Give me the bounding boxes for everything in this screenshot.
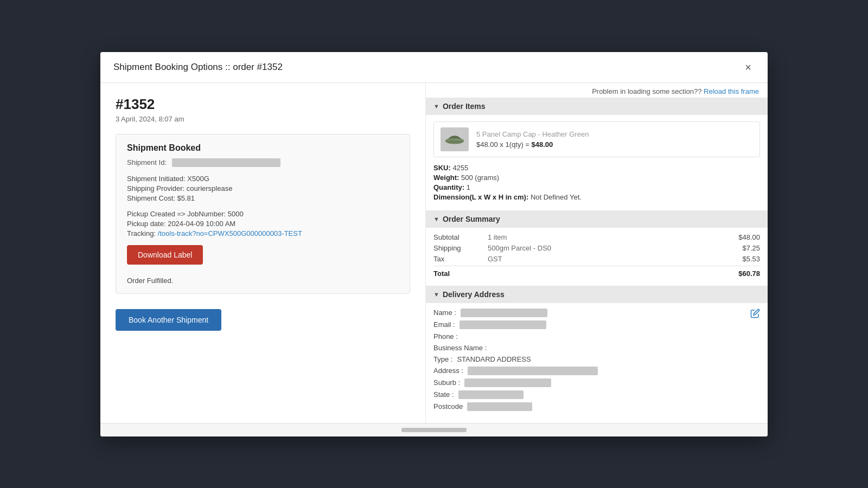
shipment-booked-box: Shipment Booked Shipment Id: Shipment In…	[116, 134, 410, 294]
book-another-shipment-button[interactable]: Book Another Shipment	[116, 309, 221, 331]
delivery-type-field: Type : STANDARD ADDRESS	[433, 355, 598, 363]
postcode-value	[467, 402, 532, 411]
delivery-state-field: State :	[433, 390, 598, 399]
shipping-amount: $7.25	[722, 244, 760, 252]
modal-title: Shipment Booking Options :: order #1352	[113, 62, 283, 73]
left-panel: #1352 3 April, 2024, 8:07 am Shipment Bo…	[100, 83, 426, 423]
order-items-arrow-icon: ▼	[433, 103, 439, 110]
reload-link[interactable]: Reload this frame	[704, 87, 759, 95]
subtotal-row: Subtotal 1 item $48.00	[433, 233, 760, 241]
tracking-link[interactable]: /tools-track?no=CPWX500G000000003-TEST	[158, 229, 302, 237]
delivery-business-field: Business Name :	[433, 344, 598, 352]
delivery-address-field: Address :	[433, 367, 598, 375]
total-row: Total $60.78	[433, 266, 760, 278]
shipment-info-section: Shipment Initiated: X500G Shipping Provi…	[127, 175, 399, 202]
modal-dialog: Shipment Booking Options :: order #1352 …	[100, 52, 768, 436]
delivery-header-row: Name : Email : Phone : Busin	[433, 309, 760, 414]
shipping-desc: 500gm Parcel - DS0	[488, 244, 722, 252]
tracking-line: Tracking: /tools-track?no=CPWX500G000000…	[127, 229, 399, 237]
modal-footer	[100, 423, 768, 436]
address-label: Address :	[433, 367, 463, 375]
delivery-postcode-field: Postcode	[433, 402, 598, 411]
pickup-job-line: Pickup Created => JobNumber: 5000	[127, 210, 399, 218]
order-date: 3 April, 2024, 8:07 am	[116, 115, 410, 123]
email-value	[459, 320, 546, 329]
horizontal-scrollbar[interactable]	[401, 428, 467, 432]
modal-header: Shipment Booking Options :: order #1352 …	[100, 52, 768, 83]
shipment-cost-line: Shipment Cost: $5.81	[127, 194, 399, 202]
total-label: Total	[433, 269, 488, 278]
order-summary-header: ▼ Order Summary	[426, 210, 768, 228]
shipping-provider-line: Shipping Provider: couriersplease	[127, 184, 399, 192]
subtotal-amount: $48.00	[722, 233, 760, 241]
delivery-suburb-field: Suburb :	[433, 378, 598, 387]
delivery-email-field: Email :	[433, 320, 598, 329]
name-value	[461, 309, 547, 317]
suburb-value	[464, 378, 551, 387]
type-value: STANDARD ADDRESS	[457, 355, 531, 363]
phone-label: Phone :	[433, 332, 458, 341]
product-image	[441, 127, 469, 151]
edit-delivery-button[interactable]	[750, 309, 760, 320]
shipping-row: Shipping 500gm Parcel - DS0 $7.25	[433, 244, 760, 252]
subtotal-label: Subtotal	[433, 233, 488, 241]
weight-row: Weight: 500 (grams)	[433, 174, 760, 182]
tax-desc: GST	[488, 255, 722, 263]
delivery-section: Name : Email : Phone : Busin	[426, 303, 768, 423]
delivery-title: Delivery Address	[443, 290, 505, 299]
tax-row: Tax GST $5.53	[433, 255, 760, 263]
product-image-svg	[444, 129, 465, 150]
order-summary-title: Order Summary	[443, 215, 500, 223]
order-items-header: ▼ Order Items	[426, 98, 768, 115]
shipment-id-label: Shipment Id:	[127, 158, 167, 166]
postcode-label: Postcode	[433, 402, 463, 410]
shipment-initiated-line: Shipment Initiated: X500G	[127, 175, 399, 183]
delivery-fields-left: Name : Email : Phone : Busin	[433, 309, 598, 414]
delivery-header: ▼ Delivery Address	[426, 286, 768, 303]
shipment-booked-title: Shipment Booked	[127, 143, 399, 153]
order-item-box: 5 Panel Camp Cap - Heather Green $48.00 …	[433, 121, 760, 157]
order-summary-section: Subtotal 1 item $48.00 Shipping 500gm Pa…	[426, 228, 768, 286]
dimension-row: Dimension(L x W x H in cm): Not Defined …	[433, 193, 760, 201]
item-details: SKU: 4255 Weight: 500 (grams) Quantity: …	[426, 164, 768, 210]
email-label: Email :	[433, 320, 455, 329]
pickup-info-section: Pickup Created => JobNumber: 5000 Pickup…	[127, 210, 399, 237]
address-value	[468, 367, 598, 375]
sku-row: SKU: 4255	[433, 164, 760, 172]
state-value	[458, 390, 524, 399]
order-number: #1352	[116, 96, 410, 113]
right-panel: Problem in loading some section?? Reload…	[426, 83, 768, 423]
suburb-label: Suburb :	[433, 378, 460, 387]
order-items-title: Order Items	[443, 102, 486, 111]
state-label: State :	[433, 390, 454, 399]
problem-bar: Problem in loading some section?? Reload…	[426, 83, 768, 98]
product-info: 5 Panel Camp Cap - Heather Green $48.00 …	[476, 130, 753, 149]
modal-overlay: Shipment Booking Options :: order #1352 …	[0, 0, 868, 488]
total-amount: $60.78	[722, 269, 760, 278]
tax-label: Tax	[433, 255, 488, 263]
edit-icon	[750, 309, 760, 318]
close-button[interactable]: ×	[742, 61, 755, 74]
pickup-date-line: Pickup date: 2024-04-09 10:00 AM	[127, 220, 399, 228]
delivery-name-field: Name :	[433, 309, 598, 317]
product-name: 5 Panel Camp Cap - Heather Green	[476, 130, 753, 138]
order-fulfilled-text: Order Fulfilled.	[127, 277, 399, 285]
download-label-button[interactable]: Download Label	[127, 245, 203, 265]
type-label: Type :	[433, 355, 452, 363]
business-label: Business Name :	[433, 344, 487, 352]
subtotal-desc: 1 item	[488, 233, 722, 241]
order-summary-arrow-icon: ▼	[433, 216, 439, 222]
download-btn-row: Download Label	[127, 245, 399, 271]
delivery-arrow-icon: ▼	[433, 291, 439, 298]
delivery-phone-field: Phone :	[433, 332, 598, 341]
shipping-label: Shipping	[433, 244, 488, 252]
shipment-id-value	[172, 158, 280, 167]
product-price: $48.00 x 1(qty) = $48.00	[476, 140, 753, 149]
quantity-row: Quantity: 1	[433, 183, 760, 191]
modal-body: #1352 3 April, 2024, 8:07 am Shipment Bo…	[100, 83, 768, 423]
shipment-id-row: Shipment Id:	[127, 158, 399, 167]
name-label: Name :	[433, 309, 456, 317]
tax-amount: $5.53	[722, 255, 760, 263]
